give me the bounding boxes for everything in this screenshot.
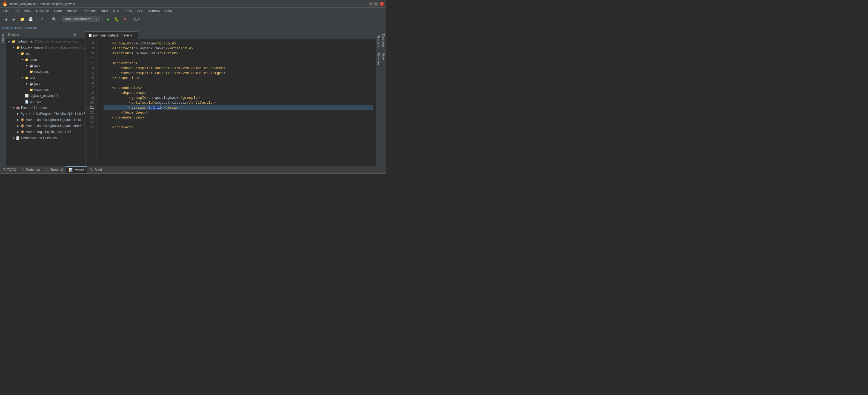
arrow-java: ▶ <box>25 63 29 68</box>
project-panel: Project ⚙ ─ ▶ 📁 logback_jar E:\idea_work… <box>6 31 86 166</box>
tab-icon-pom: 📄 <box>88 34 92 37</box>
menu-edit[interactable]: Edit <box>11 8 21 13</box>
close-button[interactable]: ✕ <box>380 2 383 6</box>
arrow-test-java: ▶ <box>25 82 29 86</box>
add-config-button[interactable]: Add Configuration... ▼ <box>62 17 100 22</box>
minimize-button[interactable]: ─ <box>369 2 373 6</box>
ln-25: 25 <box>86 125 96 130</box>
ln-26 <box>86 130 96 135</box>
tree-label-resources: resources <box>34 70 49 74</box>
tree-logback_maven[interactable]: ▼ 📁 logback_maven E:\idea_workspace\ithe… <box>6 45 85 51</box>
favorites-tab[interactable]: Favorites <box>376 50 381 68</box>
line-numbers: 8 9 10 11 12 13 14 15 16 17 18 19 20 21 … <box>86 39 96 166</box>
tree-test-java[interactable]: ▶ ☕ java <box>6 81 85 87</box>
tree-resources[interactable]: 📁 resources <box>6 68 85 75</box>
tree-src[interactable]: ▼ 📂 src <box>6 51 85 57</box>
tree-jdk11[interactable]: ▶ 🔧 < 11 > C:\Program Files\Java\jdk-11.… <box>6 111 85 117</box>
project-side-tab[interactable]: Project <box>0 31 6 45</box>
database-tab[interactable]: Database <box>381 31 386 50</box>
tree-sub-logback_jar: E:\idea_workspace\itheima_we... <box>34 40 79 43</box>
tree-logback_jar[interactable]: ▶ 📁 logback_jar E:\idea_workspace\itheim… <box>6 38 85 45</box>
settings-icon[interactable]: ⚙ <box>72 32 77 37</box>
arrow-jdk11: ▶ <box>16 112 20 116</box>
code-line-17: <dependencies> <box>103 86 373 90</box>
editor-area: 📄 pom.xml (logback_maven) ✕ 8 9 10 11 12… <box>86 31 376 166</box>
tree-label-iml: logback_maven.iml <box>30 94 58 97</box>
folder-test-icon: 📁 <box>25 76 29 80</box>
structure-tab[interactable]: Structure <box>376 32 381 50</box>
maximize-button[interactable]: □ <box>374 2 378 6</box>
toolbar-save-icon[interactable]: 💾 <box>27 16 34 23</box>
code-line-25: </project> <box>103 125 373 130</box>
menu-code[interactable]: Code <box>52 8 64 13</box>
menu-refactor[interactable]: Refactor <box>82 8 98 13</box>
tab-pom-xml[interactable]: 📄 pom.xml (logback_maven) ✕ <box>86 32 138 39</box>
menu-window[interactable]: Window <box>146 8 162 13</box>
tree-label-logback_maven: logback_maven <box>21 46 44 49</box>
tree-test[interactable]: ▼ 📁 test <box>6 75 85 81</box>
tree-label-pom-xml: pom.xml <box>30 100 42 104</box>
menu-vcs[interactable]: VCS <box>134 8 146 13</box>
ln-21: 21 <box>86 105 96 110</box>
ln-20: 20 <box>86 101 96 105</box>
tab-profiler[interactable]: 📊 Profiler <box>66 166 87 173</box>
right-panels: Database Maven <box>381 31 386 166</box>
menu-help[interactable]: Help <box>163 8 174 13</box>
toolbar-sep4 <box>102 17 103 22</box>
ln-8: 8 <box>86 41 96 46</box>
toolbar-sync-icon[interactable]: ⟳ <box>39 16 46 23</box>
arrow-pom-xml <box>20 100 25 104</box>
toolbar-search-icon[interactable]: 🔍 <box>51 16 58 23</box>
arrow-logback-core: ▶ <box>16 124 20 128</box>
menu-analyze[interactable]: Analyze <box>65 8 81 13</box>
tree-slf4j[interactable]: ▶ 📦 Maven: org.slf4j:slf4j-api:1.7.32 <box>6 129 85 135</box>
jar-core-icon: 📦 <box>20 124 25 128</box>
menu-tools[interactable]: Tools <box>122 8 134 13</box>
arrow-scratches: ▶ <box>11 136 16 140</box>
tree-java[interactable]: ▶ ☕ java <box>6 62 85 68</box>
menu-view[interactable]: View <box>22 8 33 13</box>
tree-test-resources[interactable]: 📁 resources <box>6 87 85 93</box>
add-config-label: Add Configuration... <box>65 17 94 21</box>
ln-18: 18 <box>86 90 96 95</box>
menu-navigate[interactable]: Navigate <box>34 8 51 13</box>
menu-run[interactable]: Run <box>111 8 121 13</box>
tree-pom-xml[interactable]: 📄 pom.xml <box>6 99 85 105</box>
tree-iml[interactable]: ⬜ logback_maven.iml <box>6 93 85 99</box>
toolbar-open-icon[interactable]: 📁 <box>19 16 26 23</box>
tree-logback-core[interactable]: ▶ 📦 Maven: ch.qos.logback:logback-core:1… <box>6 123 85 129</box>
tree-logback-classic[interactable]: ▶ 📦 Maven: ch.qos.logback:logback-classi… <box>6 117 85 123</box>
code-content[interactable]: <groupId>com.itheima</groupId> <artifact… <box>100 39 376 166</box>
code-line-15: </properties> <box>103 76 373 81</box>
jdk-icon: 🔧 <box>20 112 25 116</box>
tree-external-libs[interactable]: ▼ 📚 External Libraries <box>6 105 85 111</box>
path-pom_xml[interactable]: pom.xml <box>26 26 37 29</box>
menu-build[interactable]: Build <box>99 8 111 13</box>
translate-icon[interactable]: 文A <box>133 16 140 23</box>
stop-button[interactable]: ■ <box>121 16 128 23</box>
collapse-icon[interactable]: ─ <box>78 32 83 37</box>
titlebar-title: itheima_web_project – pom.xml (logback_m… <box>9 2 75 5</box>
toolbar-sep3 <box>60 17 60 22</box>
folder-icon: 📁 <box>11 39 16 44</box>
maven-tab[interactable]: Maven <box>381 50 386 64</box>
structure-panel: Structure Favorites <box>376 31 381 166</box>
tree-main[interactable]: ▼ 📁 main <box>6 57 85 62</box>
run-button[interactable]: ▶ <box>105 16 112 23</box>
toolbar-forward-icon[interactable]: ▶ <box>10 16 18 23</box>
toolbar-back-icon[interactable]: ◀ <box>2 16 9 23</box>
menu-file[interactable]: File <box>1 8 11 13</box>
tab-build[interactable]: 🔨 Build <box>87 166 105 173</box>
code-line-19: <groupId>ch.qos.logback</groupId> <box>103 95 373 101</box>
tree-scratches[interactable]: ▶ 📝 Scratches and Consoles <box>6 135 85 141</box>
jar-classic-icon: 📦 <box>20 118 25 122</box>
debug-button[interactable]: 🐛 <box>113 16 120 23</box>
ln-10: 10 <box>86 51 96 56</box>
tab-todo[interactable]: ☑ TODO <box>0 166 19 173</box>
tab-terminal[interactable]: ⬛ Terminal <box>42 166 65 173</box>
tab-problems[interactable]: ⚠ Problems <box>19 166 42 173</box>
ln-13: 13 <box>86 66 96 71</box>
tab-close-pom[interactable]: ✕ <box>133 34 135 37</box>
path-logback_maven[interactable]: logback_maven <box>2 26 23 29</box>
titlebar-controls: ─ □ ✕ <box>369 2 383 6</box>
